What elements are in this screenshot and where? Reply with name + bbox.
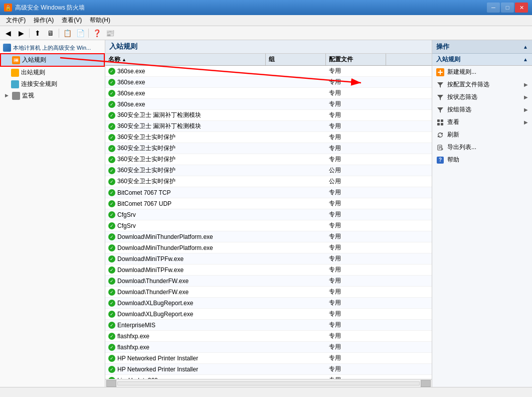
menu-view[interactable]: 查看(V)	[58, 15, 86, 26]
action-help[interactable]: ? 帮助	[432, 154, 532, 166]
table-row[interactable]: ✓360se.exe专用	[105, 77, 432, 88]
table-row[interactable]: ✓360se.exe专用	[105, 88, 432, 99]
table-row[interactable]: ✓flashfxp.exe专用	[105, 331, 432, 342]
arrow-icon-2: ▶	[524, 94, 528, 100]
col-header-name[interactable]: 名称	[105, 54, 266, 65]
cell-name: ✓EnterpriseMIS	[105, 321, 266, 330]
cell-group	[266, 192, 326, 194]
enabled-check-icon: ✓	[108, 300, 115, 307]
table-row[interactable]: ✓CfgSrv专用	[105, 209, 432, 220]
toolbar: ◀ ▶ ⬆ 🖥 📋 📄 ❓ 📰	[0, 26, 532, 40]
cell-group	[266, 114, 326, 116]
cell-name: ✓HP Networked Printer Installer	[105, 365, 266, 374]
table-row[interactable]: ✓CfgSrv专用	[105, 220, 432, 231]
table-row[interactable]: ✓360se.exe专用	[105, 99, 432, 110]
close-button[interactable]: ✕	[515, 3, 528, 13]
export-button[interactable]: 📄	[74, 28, 86, 39]
cell-name: ✓360安全卫士实时保护	[105, 154, 266, 165]
arrow-icon-4: ▶	[524, 119, 528, 125]
rule-name: Download\MiniThunderPlatform.exe	[117, 233, 213, 240]
cell-group	[266, 335, 326, 337]
up-button[interactable]: ⬆	[32, 28, 44, 39]
sidebar-item-outbound[interactable]: 出站规则	[0, 67, 105, 78]
sidebar-root[interactable]: 本地计算机 上的高级安全 Win...	[0, 42, 105, 53]
cell-group	[266, 280, 326, 282]
action-filter-profile[interactable]: 按配置文件筛选 ▶	[432, 78, 532, 91]
table-row[interactable]: ✓HP Networked Printer Installer专用	[105, 353, 432, 364]
table-row[interactable]: ✓360安全卫士实时保护公用	[105, 176, 432, 187]
svg-rect-5	[441, 119, 443, 122]
table-row[interactable]: ✓360安全卫士实时保护专用	[105, 132, 432, 143]
table-row[interactable]: ✓Download\MiniThunderPlatform.exe专用	[105, 231, 432, 242]
sidebar-item-monitor[interactable]: ▶ 监视	[0, 90, 105, 101]
svg-marker-2	[437, 95, 443, 100]
menu-action[interactable]: 操作(A)	[30, 15, 58, 26]
cell-name: ✓360安全卫士 漏洞补丁检测模块	[105, 110, 266, 120]
table-row[interactable]: ✓Download\MiniThunderPlatform.exe专用	[105, 242, 432, 253]
cell-name: ✓360安全卫士 漏洞补丁检测模块	[105, 121, 266, 131]
table-row[interactable]: ✓BitComet 7067 UDP专用	[105, 198, 432, 209]
table-row[interactable]: ✓360安全卫士实时保护专用	[105, 143, 432, 154]
action-filter-status[interactable]: 按状态筛选 ▶	[432, 91, 532, 103]
rules-list[interactable]: ✓360se.exe专用✓360se.exe专用✓360se.exe专用✓360…	[105, 66, 432, 379]
maximize-button[interactable]: □	[501, 3, 514, 13]
table-row[interactable]: ✓Download\XLBugReport.exe专用	[105, 298, 432, 309]
help-icon: ?	[436, 156, 444, 164]
content-area: 入站规则 名称 组 配置文件 ✓360se.exe专用✓360se.exe专用✓…	[105, 40, 432, 387]
rule-name: 360安全卫士 漏洞补丁检测模块	[117, 122, 201, 130]
table-row[interactable]: ✓Download\ThunderFW.exe专用	[105, 287, 432, 298]
menu-file[interactable]: 文件(F)	[2, 15, 30, 26]
table-row[interactable]: ✓HP Networked Printer Installer专用	[105, 364, 432, 375]
enabled-check-icon: ✓	[108, 244, 115, 251]
horizontal-scrollbar[interactable]	[105, 379, 432, 387]
main-layout: 本地计算机 上的高级安全 Win... 入站规则 出站规则	[0, 40, 532, 387]
app-icon: 🔒	[4, 4, 12, 12]
back-button[interactable]: ◀	[2, 28, 14, 39]
cell-group	[266, 103, 326, 105]
cell-name: ✓Download\MiniThunderPlatform.exe	[105, 232, 266, 241]
minimize-button[interactable]: ─	[487, 3, 500, 13]
table-row[interactable]: ✓360安全卫士实时保护公用	[105, 165, 432, 176]
enabled-check-icon: ✓	[108, 123, 115, 130]
menu-help[interactable]: 帮助(H)	[86, 15, 114, 26]
table-row[interactable]: ✓360安全卫士 漏洞补丁检测模块专用	[105, 110, 432, 121]
new-window-button[interactable]: 📋	[61, 28, 73, 39]
properties-button[interactable]: 📰	[104, 28, 116, 39]
table-row[interactable]: ✓EnterpriseMIS专用	[105, 320, 432, 331]
table-row[interactable]: ✓Download\ThunderFW.exe专用	[105, 276, 432, 287]
col-header-group[interactable]: 组	[266, 54, 326, 65]
table-row[interactable]: ✓BitComet 7067 TCP专用	[105, 187, 432, 198]
cell-group	[266, 302, 326, 304]
table-row[interactable]: ✓360安全卫士 漏洞补丁检测模块专用	[105, 121, 432, 132]
sidebar-item-inbound[interactable]: 入站规则	[0, 53, 105, 67]
cell-profile: 专用	[326, 66, 386, 76]
table-row[interactable]: ✓Download\MiniTPFw.exe专用	[105, 264, 432, 276]
table-row[interactable]: ✓360安全卫士实时保护专用	[105, 154, 432, 165]
cell-group	[266, 170, 326, 172]
cell-group	[266, 159, 326, 161]
table-row[interactable]: ✓360se.exe专用	[105, 66, 432, 77]
filter-group-icon	[436, 106, 444, 114]
action-filter-group[interactable]: 按组筛选 ▶	[432, 103, 532, 116]
table-row[interactable]: ✓LiveUpdate360专用	[105, 375, 432, 379]
table-row[interactable]: ✓flashfxp.exe专用	[105, 342, 432, 353]
table-row[interactable]: ✓Download\XLBugReport.exe专用	[105, 309, 432, 320]
forward-button[interactable]: ▶	[15, 28, 27, 39]
action-refresh[interactable]: 刷新	[432, 128, 532, 141]
rule-name: 360se.exe	[117, 101, 145, 108]
cell-group	[266, 313, 326, 315]
action-new-rule[interactable]: 新建规则...	[432, 66, 532, 78]
sidebar-item-connection[interactable]: 连接安全规则	[0, 78, 105, 90]
col-header-profile[interactable]: 配置文件	[326, 54, 386, 65]
enabled-check-icon: ✓	[108, 200, 115, 207]
sidebar-item-inbound-label: 入站规则	[22, 56, 46, 64]
action-export[interactable]: 导出列表...	[432, 141, 532, 154]
table-row[interactable]: ✓Download\MiniTPFw.exe专用	[105, 253, 432, 264]
enabled-check-icon: ✓	[108, 255, 115, 262]
action-view[interactable]: 查看 ▶	[432, 116, 532, 128]
help-button[interactable]: ❓	[91, 28, 103, 39]
rule-name: Download\XLBugReport.exe	[117, 300, 193, 307]
enabled-check-icon: ✓	[108, 178, 115, 185]
cell-name: ✓flashfxp.exe	[105, 332, 266, 341]
show-hide-button[interactable]: 🖥	[45, 28, 57, 39]
